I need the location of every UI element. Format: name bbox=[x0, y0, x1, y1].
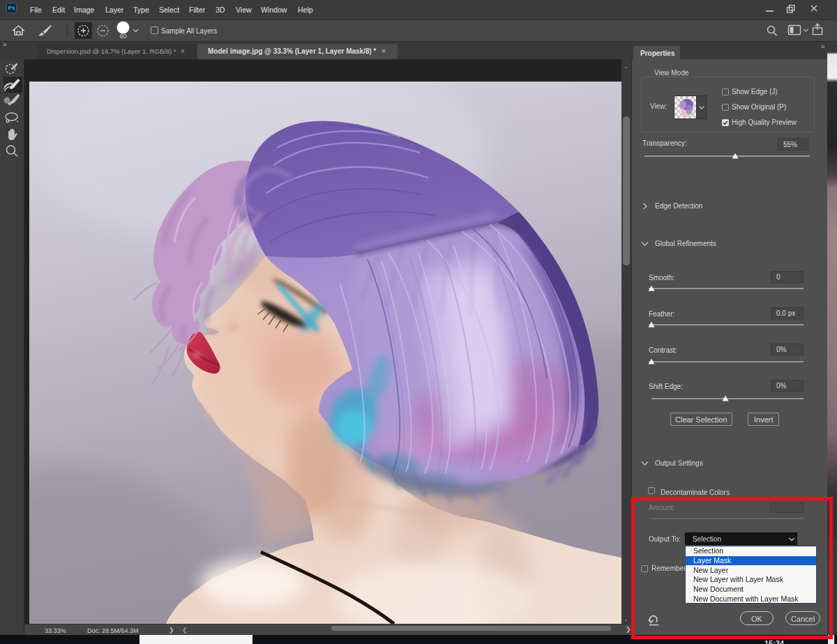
svg-text:Sample All Layers: Sample All Layers bbox=[161, 27, 217, 35]
svg-text:60: 60 bbox=[119, 33, 126, 40]
